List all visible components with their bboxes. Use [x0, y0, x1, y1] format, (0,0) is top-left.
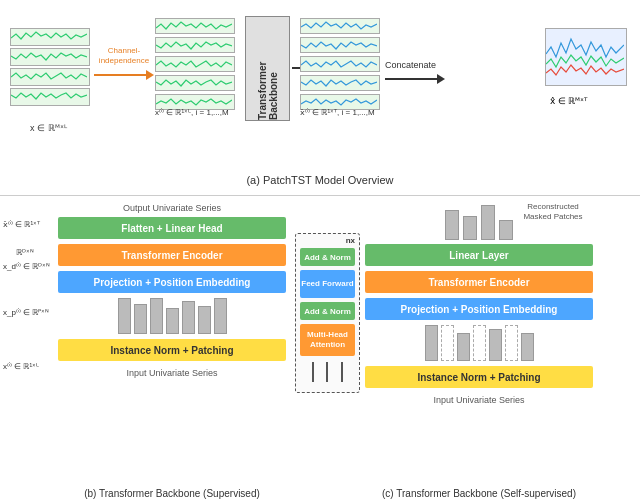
masked-patches: [365, 325, 593, 361]
univ-series-label: x⁽ⁱ⁾ ∈ ℝ¹ˣᴸ, i = 1,...,M: [155, 108, 229, 117]
out-signal-1: [300, 18, 380, 34]
dim-xi-b: x⁽ⁱ⁾ ∈ ℝ¹ˣᴸ: [3, 362, 39, 371]
add-norm-2: Add & Norm: [300, 302, 355, 320]
out-signal-2: [300, 37, 380, 53]
out-signal-3: [300, 56, 380, 72]
caption-a: (a) PatchTST Model Overview: [0, 174, 640, 186]
nx-label: nx: [346, 236, 355, 245]
univ-signal-1: [155, 18, 235, 34]
input-signal-1: [10, 28, 90, 46]
univ-signal-2: [155, 37, 235, 53]
transformer-backbone-box: Transformer Backbone: [245, 16, 290, 121]
attention-box: nx Add & Norm Feed Forward Add & Norm Mu…: [295, 233, 360, 393]
linear-layer-block: Linear Layer: [365, 244, 593, 266]
projection-position-block-c: Projection + Position Embedding: [365, 298, 593, 320]
output-series-label-b: Output Univariate Series: [58, 200, 286, 216]
input-series-label-c: Input Univariate Series: [365, 392, 593, 408]
patch-columns-b: [58, 298, 286, 334]
transformer-backbone-label: Transformer Backbone: [257, 17, 279, 120]
univ-signal-3: [155, 56, 235, 72]
instance-norm-block-c: Instance Norm + Patching: [365, 366, 593, 388]
univ-signal-4: [155, 75, 235, 91]
diagram-b: Output Univariate Series Flatten + Linea…: [58, 200, 286, 481]
channel-independence-label: Channel-independence: [94, 46, 154, 65]
feed-forward-block: Feed Forward: [300, 270, 355, 298]
transformer-encoder-block-c: Transformer Encoder: [365, 271, 593, 293]
final-concatenated-signal: [545, 28, 627, 86]
dim-xd: x_d⁽ⁱ⁾ ∈ ℝᴰˣᴺ: [3, 262, 50, 271]
out-signal-4: [300, 75, 380, 91]
dim-xhat: x̂⁽ⁱ⁾ ∈ ℝ¹ˣᵀ: [3, 220, 40, 229]
univariate-series-group: [155, 18, 235, 113]
input-signal-4: [10, 88, 90, 106]
top-section: x ∈ ℝᴹˣᴸ Channel-independence: [0, 8, 640, 188]
out-series-label: x̂⁽ⁱ⁾ ∈ ℝ¹ˣᵀ, i = 1,...,M: [300, 108, 375, 117]
input-signals: x ∈ ℝᴹˣᴸ: [10, 28, 90, 108]
attn-input-lines: [306, 362, 349, 382]
caption-b: (b) Transformer Backbone (Supervised): [58, 488, 286, 499]
transformer-encoder-block-b: Transformer Encoder: [58, 244, 286, 266]
add-norm-1: Add & Norm: [300, 248, 355, 266]
x-hat-label: x̂ ∈ ℝᴹˣᵀ: [550, 96, 587, 106]
input-signal-3: [10, 68, 90, 86]
input-signal-2: [10, 48, 90, 66]
x-input-label: x ∈ ℝᴹˣᴸ: [30, 123, 67, 133]
output-univ-series: [300, 18, 380, 113]
input-series-label-b: Input Univariate Series: [58, 365, 286, 381]
caption-c: (c) Transformer Backbone (Self-supervise…: [365, 488, 593, 499]
multi-head-attn-block: Multi-Head Attention: [300, 324, 355, 356]
projection-position-block-b: Projection + Position Embedding: [58, 271, 286, 293]
reconstructed-label: Reconstructed Masked Patches: [513, 202, 593, 223]
dim-xp: x_p⁽ⁱ⁾ ∈ ℝᴾˣᴺ: [3, 308, 49, 317]
dim-dxn: ℝᴰˣᴺ: [16, 248, 34, 257]
instance-norm-block-b: Instance Norm + Patching: [58, 339, 286, 361]
bottom-section: Output Univariate Series Flatten + Linea…: [0, 195, 640, 503]
flatten-linear-block: Flatten + Linear Head: [58, 217, 286, 239]
diagram-c: Reconstructed Masked Patches Linear Laye…: [365, 200, 593, 481]
concatenate-label: Concatenate: [385, 60, 445, 70]
